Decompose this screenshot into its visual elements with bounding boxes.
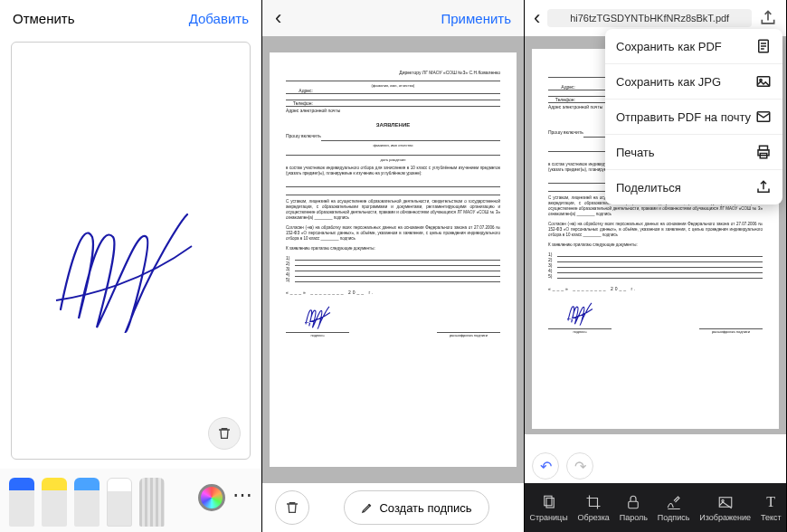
placed-signature <box>562 302 598 326</box>
tool-password[interactable]: Пароль <box>620 493 648 522</box>
apply-signature-screen: ‹ Применить Директору ЛГ МАОУ «СОШ №3» С… <box>262 0 525 532</box>
create-signature-button[interactable]: Создать подпись <box>344 490 488 525</box>
delete-signature-button[interactable] <box>208 417 241 450</box>
tool-sign[interactable]: Подпись <box>658 493 690 522</box>
signature-draw-screen: Отменить Добавить ⋯ <box>0 0 262 532</box>
image-icon <box>755 73 772 90</box>
image-icon <box>717 494 734 510</box>
export-screen: ‹ hi76tzTGSDYNTbHKfNRz8sBkT.pdf Сохранит… <box>525 0 787 532</box>
trash-icon <box>285 500 299 515</box>
placed-signature <box>299 306 336 329</box>
crop-icon <box>585 494 602 510</box>
mail-icon <box>755 109 772 125</box>
tool-pages[interactable]: Страницы <box>529 493 567 522</box>
header: ‹ Применить <box>262 0 524 36</box>
drawing-toolbar: ⋯ <box>0 469 261 532</box>
pen-icon <box>361 501 374 514</box>
print-icon <box>755 144 772 160</box>
svg-rect-10 <box>719 498 732 508</box>
signature-canvas[interactable] <box>11 42 251 460</box>
back-button[interactable]: ‹ <box>275 6 281 30</box>
undo-button[interactable]: ↶ <box>532 452 559 480</box>
add-button[interactable]: Добавить <box>189 11 249 26</box>
header: Отменить Добавить <box>0 0 261 36</box>
svg-point-11 <box>722 499 724 501</box>
export-button[interactable] <box>759 9 777 27</box>
redo-button[interactable]: ↷ <box>566 452 593 480</box>
trash-icon <box>217 426 232 441</box>
delete-button[interactable] <box>275 490 309 525</box>
highlighter-tool[interactable] <box>42 478 67 527</box>
menu-share[interactable]: Поделиться <box>605 170 782 204</box>
undo-redo-row: ↶ ↷ <box>532 452 593 480</box>
back-button[interactable]: ‹ <box>534 6 540 30</box>
apply-button[interactable]: Применить <box>441 11 511 26</box>
filename-label: hi76tzTGSDYNTbHKfNRz8sBkT.pdf <box>547 9 752 27</box>
bottom-bar: Создать подпись <box>262 483 524 532</box>
doc-title: ЗАЯВЛЕНИЕ <box>286 122 500 128</box>
document-page: Директору ЛГ МАОУ «СОШ №3» С.Н.Коваленко… <box>270 52 517 467</box>
cancel-button[interactable]: Отменить <box>13 11 75 26</box>
doc-icon <box>755 38 772 54</box>
tool-crop[interactable]: Обрезка <box>578 493 610 522</box>
pen-tool[interactable] <box>9 478 34 527</box>
sign-icon <box>666 494 682 510</box>
svg-rect-7 <box>544 496 551 506</box>
pages-icon <box>541 494 557 510</box>
menu-save-pdf[interactable]: Сохранить как PDF <box>605 29 782 64</box>
signature-drawing <box>52 210 196 337</box>
menu-save-jpg[interactable]: Сохранить как JPG <box>605 64 782 100</box>
color-picker[interactable] <box>198 484 225 511</box>
export-menu: Сохранить как PDF Сохранить как JPG Отпр… <box>605 29 782 204</box>
editor-toolbar: Страницы Обрезка Пароль Подпись Изображе… <box>525 483 786 532</box>
pencil-tool[interactable] <box>74 478 100 527</box>
doc-recipient: Директору ЛГ МАОУ «СОШ №3» С.Н.Коваленко <box>286 70 500 75</box>
eraser-tool[interactable] <box>107 478 132 527</box>
ruler-tool[interactable] <box>139 478 165 527</box>
menu-send-email[interactable]: Отправить PDF на почту <box>605 100 782 135</box>
document-viewport[interactable]: Директору ЛГ МАОУ «СОШ №3» С.Н.Коваленко… <box>262 36 524 483</box>
svg-rect-8 <box>546 499 554 508</box>
more-tools-button[interactable]: ⋯ <box>232 483 252 512</box>
tool-image[interactable]: Изображение <box>699 493 751 522</box>
menu-print[interactable]: Печать <box>605 135 782 170</box>
tool-text[interactable]: T Текст <box>761 493 782 522</box>
svg-rect-9 <box>629 501 639 508</box>
share-icon <box>755 179 772 195</box>
lock-icon <box>625 494 641 510</box>
